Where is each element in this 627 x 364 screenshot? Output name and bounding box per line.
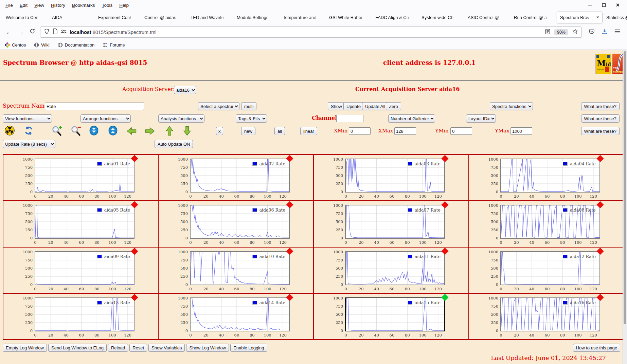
zero-button[interactable]: Zero <box>386 102 401 110</box>
empty-log-window-button[interactable]: Empty Log Window <box>3 344 47 352</box>
plot-area[interactable]: 10007505002500020406080100120aida03 Rate <box>345 159 445 193</box>
maximize-icon[interactable] <box>602 3 606 7</box>
reset-button[interactable]: Reset <box>129 344 147 352</box>
plot-area[interactable]: 10007505002500020406080100120aida12 Rate <box>500 251 600 285</box>
url-text[interactable]: localhost:8015/Spectrum/Spectrum.tml <box>70 30 156 35</box>
menu-edit[interactable]: Edit <box>16 2 31 9</box>
plot-area[interactable]: 10007505002500020406080100120aida01 Rate <box>35 159 135 193</box>
spectrum-panel-aida02[interactable]: 10007505002500020406080100120aida02 Rate <box>159 155 313 200</box>
menu-view[interactable]: View <box>31 2 48 9</box>
spectrum-panel-aida11[interactable]: 10007505002500020406080100120aida11 Rate <box>314 248 468 293</box>
ymin-input[interactable] <box>450 127 472 135</box>
plot-area[interactable]: 10007505002500020406080100120aida14 Rate <box>190 297 290 331</box>
spectrum-panel-aida16[interactable]: 10007505002500020406080100120aida16 Rate <box>469 294 624 339</box>
plot-area[interactable]: 10007505002500020406080100120aida07 Rate <box>345 205 445 239</box>
layout-id-dropdown[interactable]: Layout ID=1 <box>466 114 496 123</box>
bookmark-wiki[interactable]: Wiki <box>34 42 50 48</box>
spectrum-panel-aida15[interactable]: 10007505002500020406080100120aida15 Rate <box>314 294 468 339</box>
scrollbar-thumb[interactable] <box>624 51 626 324</box>
plot-area[interactable]: 10007505002500020406080100120aida10 Rate <box>190 251 290 285</box>
tab-1[interactable]: Welcome to Cen <box>3 12 48 23</box>
xmin-input[interactable] <box>349 127 371 135</box>
spectrum-panel-aida08[interactable]: 10007505002500020406080100120aida08 Rate <box>469 201 624 247</box>
spectra-functions-dropdown[interactable]: Spectra functions <box>490 102 533 110</box>
plot-area[interactable]: 10007505002500020406080100120aida06 Rate <box>190 205 290 239</box>
bookmark-documentation[interactable]: Documentation <box>58 42 94 48</box>
pocket-icon[interactable] <box>589 29 595 36</box>
plot-area[interactable]: 10007505002500020406080100120aida15 Rate <box>345 297 445 331</box>
expand-y-icon[interactable] <box>108 126 118 135</box>
menu-history[interactable]: History <box>48 2 69 9</box>
spectrum-panel-aida05[interactable]: 10007505002500020406080100120aida05 Rate <box>3 201 158 247</box>
arrange-functions-dropdown[interactable]: Arrange functions <box>80 114 131 123</box>
bookmark-centos[interactable]: Centos <box>5 42 26 48</box>
how-to-use-button[interactable]: How to use this page <box>573 344 620 352</box>
new-button[interactable]: new <box>241 127 255 135</box>
plot-area[interactable]: 10007505002500020406080100120aida11 Rate <box>345 251 445 285</box>
what-are-these-button-3[interactable]: What are these? <box>581 127 620 135</box>
menu-hamburger-icon[interactable] <box>614 29 620 35</box>
shrink-y-icon[interactable] <box>89 126 99 135</box>
tab-9[interactable]: FADC Align & Co <box>372 12 417 23</box>
permissions-icon[interactable] <box>61 29 67 35</box>
pan-down-icon[interactable] <box>183 126 192 136</box>
spectrum-panel-aida12[interactable]: 10007505002500020406080100120aida12 Rate <box>469 248 624 293</box>
plot-area[interactable]: 10007505002500020406080100120aida09 Rate <box>35 251 135 285</box>
tab-11[interactable]: ASIC Control @ <box>465 12 510 23</box>
show-variables-button[interactable]: Show Variables <box>148 344 185 352</box>
page-zoom-indicator[interactable]: 90% <box>554 29 568 35</box>
auto-update-button[interactable]: Auto Update ON <box>155 140 193 148</box>
number-of-galleries-dropdown[interactable]: Number of Galleries <box>388 114 435 123</box>
view-functions-dropdown[interactable]: View functions <box>3 114 52 123</box>
reload-button[interactable] <box>26 28 38 36</box>
close-icon[interactable]: × <box>616 3 620 7</box>
back-button[interactable]: ← <box>3 28 15 36</box>
x-button[interactable]: x <box>216 127 223 135</box>
tab-3[interactable]: Experiment Cont <box>95 12 140 23</box>
send-log-window-to-elog-button[interactable]: Send Log Window to ELog <box>48 344 107 352</box>
spectrum-panel-aida10[interactable]: 10007505002500020406080100120aida10 Rate <box>159 248 313 293</box>
pan-right-icon[interactable] <box>145 127 155 135</box>
spectrum-panel-aida07[interactable]: 10007505002500020406080100120aida07 Rate <box>314 201 468 247</box>
channel-input[interactable] <box>336 115 363 122</box>
multi-button[interactable]: multi <box>241 102 256 110</box>
plot-area[interactable]: 10007505002500020406080100120aida02 Rate <box>190 159 290 193</box>
menu-bookmarks[interactable]: Bookmarks <box>69 2 98 9</box>
spectrum-panel-aida03[interactable]: 10007505002500020406080100120aida03 Rate <box>314 155 468 200</box>
all-button[interactable]: all <box>274 127 285 135</box>
acquisition-server-select[interactable]: aida16 <box>174 86 196 94</box>
bookmark-forums[interactable]: Forums <box>103 42 125 48</box>
page-info-icon[interactable] <box>53 29 58 36</box>
spectrum-panel-aida14[interactable]: 10007505002500020406080100120aida14 Rate <box>159 294 313 339</box>
what-are-these-button-1[interactable]: What are these? <box>581 102 620 110</box>
minimize-icon[interactable] <box>588 5 592 5</box>
forward-button[interactable]: → <box>15 28 26 36</box>
zoom-in-icon[interactable] <box>52 126 62 136</box>
spectrum-name-input[interactable] <box>45 103 144 110</box>
show-button[interactable]: Show <box>328 102 345 110</box>
update-rate-dropdown[interactable]: Update Rate (8 secs) <box>3 140 55 148</box>
what-are-these-button-2[interactable]: What are these? <box>581 114 620 123</box>
download-icon[interactable] <box>602 29 608 36</box>
tab-13[interactable]: Spectrum Brov× <box>557 12 602 23</box>
analysis-functions-dropdown[interactable]: Analysis functions <box>158 114 204 123</box>
spectrum-panel-aida09[interactable]: 10007505002500020406080100120aida09 Rate <box>3 248 158 293</box>
tab-close-icon[interactable]: × <box>596 14 599 20</box>
menu-help[interactable]: Help <box>116 2 132 9</box>
spectrum-panel-aida13[interactable]: 10007505002500020406080100120aida13 Rate <box>3 294 158 339</box>
reload-button[interactable]: Reload <box>108 344 128 352</box>
bookmark-star-icon[interactable] <box>572 29 578 36</box>
midas-logo[interactable]: Midas powered by <box>595 54 611 74</box>
plot-area[interactable]: 10007505002500020406080100120aida16 Rate <box>500 297 600 331</box>
page-scrollbar[interactable] <box>623 50 627 364</box>
tab-2[interactable]: AIDA <box>49 12 94 23</box>
url-bar[interactable]: localhost:8015/Spectrum/Spectrum.tml 90% <box>40 26 582 38</box>
linear-button[interactable]: linear <box>300 127 317 135</box>
menu-tools[interactable]: Tools <box>98 2 116 9</box>
reader-mode-icon[interactable] <box>545 29 550 36</box>
pan-up-icon[interactable] <box>165 126 174 136</box>
radiation-icon[interactable] <box>5 126 15 135</box>
plot-area[interactable]: 10007505002500020406080100120aida08 Rate <box>500 205 600 239</box>
update-button[interactable]: Update <box>343 102 364 110</box>
spectrum-panel-aida06[interactable]: 10007505002500020406080100120aida06 Rate <box>159 201 313 247</box>
